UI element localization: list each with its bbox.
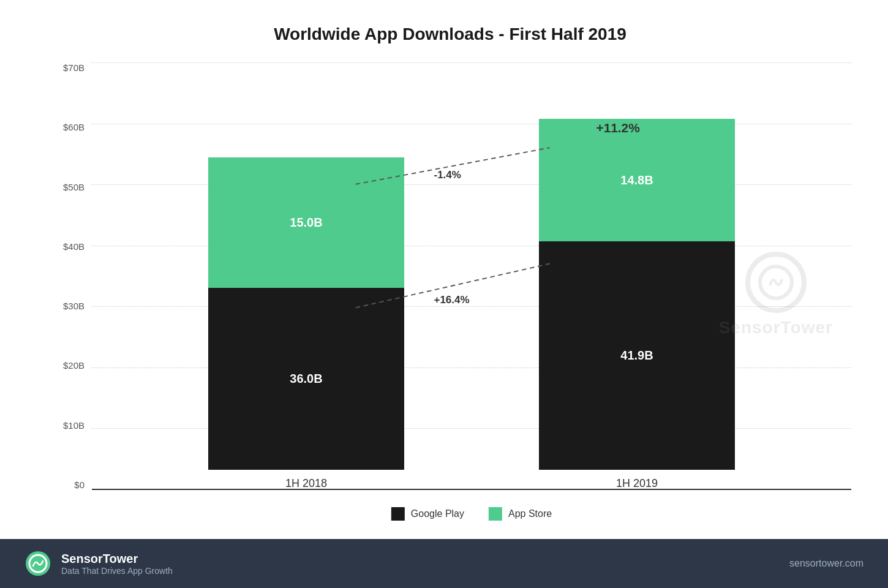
legend-item-app-store: App Store bbox=[489, 507, 552, 521]
legend-label-google-play: Google Play bbox=[411, 508, 464, 519]
footer-left: SensorTower Data That Drives App Growth bbox=[24, 550, 173, 577]
legend-box-google-play bbox=[391, 507, 405, 521]
chart-area: Worldwide App Downloads - First Half 201… bbox=[0, 0, 888, 539]
footer-tagline: Data That Drives App Growth bbox=[61, 566, 173, 576]
y-axis: $0 $10B $20B $30B $40B $50B $60B $70B bbox=[49, 62, 92, 527]
y-label-60: $60B bbox=[49, 122, 92, 132]
legend-item-google-play: Google Play bbox=[391, 507, 464, 521]
bar-google-play-2019: 41.9B bbox=[539, 241, 735, 470]
legend: Google Play App Store bbox=[391, 507, 552, 521]
footer-brand-name: SensorTower bbox=[61, 552, 173, 566]
legend-box-app-store bbox=[489, 507, 502, 521]
footer-url: sensortower.com bbox=[789, 558, 864, 569]
stacked-bar-2019: 14.8B 41.9B bbox=[539, 119, 735, 470]
y-label-70: $70B bbox=[49, 62, 92, 73]
bar-group-2019: 14.8B 41.9B 1H 2019 bbox=[539, 119, 735, 490]
watermark-icon bbox=[745, 252, 807, 313]
period-label-2019: 1H 2019 bbox=[616, 477, 658, 490]
legend-label-app-store: App Store bbox=[508, 508, 552, 519]
y-label-30: $30B bbox=[49, 301, 92, 311]
footer: SensorTower Data That Drives App Growth … bbox=[0, 539, 888, 588]
bar-group-2018: 15.0B 36.0B 1H 2018 bbox=[208, 157, 404, 490]
chart-body: $0 $10B $20B $30B $40B $50B $60B $70B bbox=[49, 62, 851, 527]
footer-brand: SensorTower Data That Drives App Growth bbox=[61, 552, 173, 576]
y-label-40: $40B bbox=[49, 241, 92, 252]
bar-google-play-2018: 36.0B bbox=[208, 288, 404, 470]
y-label-20: $20B bbox=[49, 360, 92, 371]
stacked-bar-2018: 15.0B 36.0B bbox=[208, 157, 404, 470]
period-label-2018: 1H 2018 bbox=[285, 477, 327, 490]
y-label-50: $50B bbox=[49, 182, 92, 192]
chart-title: Worldwide App Downloads - First Half 201… bbox=[49, 24, 851, 44]
bar-app-store-2018: 15.0B bbox=[208, 157, 404, 288]
bar-app-store-2019: 14.8B bbox=[539, 119, 735, 241]
chart-plot: 15.0B 36.0B 1H 2018 14.8B bbox=[92, 62, 851, 527]
y-label-0: $0 bbox=[49, 480, 92, 490]
y-label-10: $10B bbox=[49, 420, 92, 431]
watermark: SensorTower bbox=[719, 252, 833, 337]
watermark-text: SensorTower bbox=[719, 318, 833, 337]
sensortower-logo-icon bbox=[24, 550, 51, 577]
